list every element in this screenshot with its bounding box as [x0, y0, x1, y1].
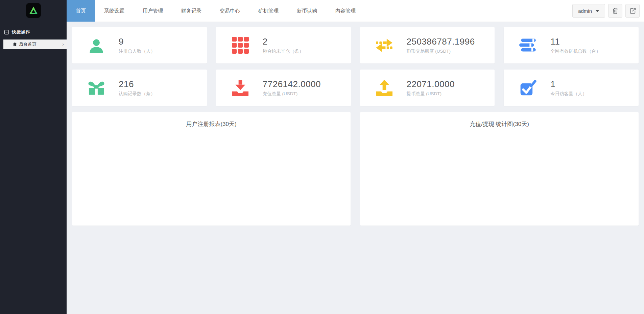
stat-value: 22071.0000 [407, 79, 455, 89]
caret-down-icon [595, 10, 599, 12]
user-menu-button[interactable]: admin [572, 4, 605, 18]
chevron-right-icon: › [62, 42, 64, 47]
chart-deposit-withdrawal: 充值/提现 统计图(30天) [360, 112, 639, 226]
header-actions: admin [572, 0, 644, 22]
check-square-icon [520, 79, 536, 96]
chart-title: 用户注册报表(30天) [72, 112, 351, 128]
tab-user-management[interactable]: 用户管理 [134, 0, 172, 22]
tab-finance-records[interactable]: 财务记录 [172, 0, 211, 22]
logout-button[interactable] [625, 4, 640, 18]
collapse-icon[interactable]: − [4, 30, 9, 34]
chart-title: 充值/提现 统计图(30天) [360, 112, 639, 128]
brand-logo[interactable] [26, 3, 41, 18]
logout-icon [629, 8, 636, 14]
grid-icon [232, 37, 249, 54]
stat-value: 250386787.1996 [407, 36, 475, 47]
tab-home[interactable]: 首页 [67, 0, 95, 22]
tab-system-settings[interactable]: 系统设置 [95, 0, 134, 22]
sidebar-item-dashboard[interactable]: 后台首页 › [3, 40, 67, 49]
stat-card-subscription-records[interactable]: 216 认购记录数（条） [72, 70, 207, 106]
stat-card-total-withdrawals[interactable]: 22071.0000 提币总量 (USDT) [360, 70, 495, 106]
top-navbar: 首页 系统设置 用户管理 财务记录 交易中心 矿机管理 新币认购 内容管理 ad… [67, 0, 644, 22]
sidebar-section-title: 快捷操作 [12, 29, 30, 35]
charts-row: 用户注册报表(30天) 充值/提现 统计图(30天) [72, 112, 639, 226]
chart-user-registrations: 用户注册报表(30天) [72, 112, 351, 226]
stat-label: 充值总量 (USDT) [263, 91, 321, 97]
tab-content-management[interactable]: 内容管理 [326, 0, 365, 22]
stats-grid: 9 注册总人数（人） 2 秒合约未平仓（条） [72, 27, 639, 106]
sidebar-item-label: 后台首页 [19, 41, 37, 47]
user-name: admin [578, 8, 592, 14]
admin-app: − 快捷操作 后台首页 › 首页 系统设置 用户管理 财务记录 交易中心 矿机管… [0, 0, 644, 314]
sidebar: − 快捷操作 后台首页 › [0, 0, 67, 314]
stat-label: 秒合约未平仓（条） [263, 48, 304, 54]
stat-card-trade-volume[interactable]: 250386787.1996 币币交易额度 (USDT) [360, 27, 495, 63]
stat-card-today-visitors[interactable]: 1 今日访客量（人） [504, 70, 639, 106]
stat-value: 2 [263, 36, 304, 47]
tab-miner-management[interactable]: 矿机管理 [249, 0, 288, 22]
gift-icon [88, 80, 105, 96]
server-list-icon [519, 37, 537, 53]
tab-new-coin-subscription[interactable]: 新币认购 [288, 0, 326, 22]
user-icon [88, 36, 105, 54]
stat-value: 11 [550, 36, 601, 47]
stat-label: 注册总人数（人） [119, 48, 155, 54]
stat-value: 9 [119, 36, 155, 47]
stat-label: 全网有效矿机总数（台） [550, 48, 601, 54]
tab-trade-center[interactable]: 交易中心 [211, 0, 249, 22]
nav-tabs: 首页 系统设置 用户管理 财务记录 交易中心 矿机管理 新币认购 内容管理 [67, 0, 365, 22]
stat-label: 今日访客量（人） [550, 91, 587, 97]
home-icon [13, 42, 17, 47]
stat-label: 认购记录数（条） [119, 91, 155, 97]
trash-icon [612, 7, 618, 14]
main-column: 首页 系统设置 用户管理 财务记录 交易中心 矿机管理 新币认购 内容管理 ad… [67, 0, 644, 314]
stat-card-total-deposits[interactable]: 7726142.0000 充值总量 (USDT) [216, 70, 351, 106]
stat-value: 7726142.0000 [263, 79, 321, 89]
dashboard-content: 9 注册总人数（人） 2 秒合约未平仓（条） [67, 22, 644, 314]
stat-card-open-contracts[interactable]: 2 秒合约未平仓（条） [216, 27, 351, 63]
stat-card-registered-users[interactable]: 9 注册总人数（人） [72, 27, 207, 63]
stat-label: 提币总量 (USDT) [407, 91, 455, 97]
sidebar-section-header[interactable]: − 快捷操作 [4, 29, 67, 35]
stat-value: 1 [550, 79, 587, 89]
upload-icon [376, 80, 392, 96]
green-a-logo-icon [28, 5, 39, 16]
download-icon [232, 80, 248, 96]
stat-value: 216 [119, 79, 155, 89]
stat-label: 币币交易额度 (USDT) [407, 48, 475, 54]
trash-button[interactable] [608, 4, 622, 18]
transfer-arrows-icon [376, 38, 393, 52]
stat-card-active-miners[interactable]: 11 全网有效矿机总数（台） [504, 27, 639, 63]
